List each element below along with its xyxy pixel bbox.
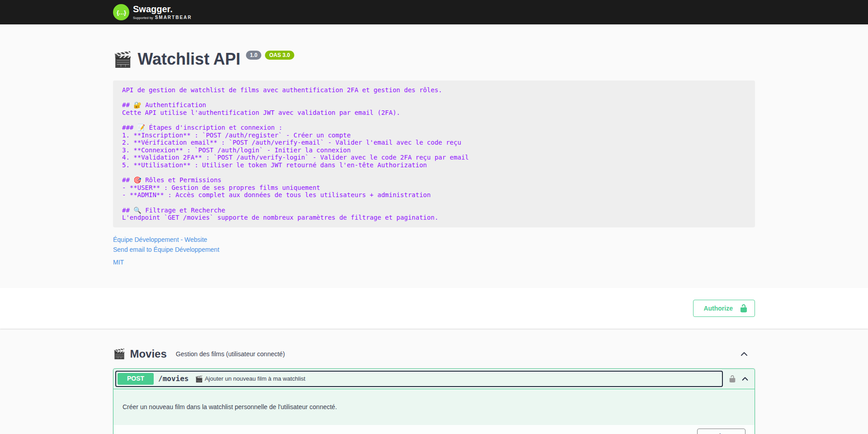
brand-tagline: Supported by SMARTBEAR: [133, 15, 192, 20]
parameters-header: Parameters Try it out: [113, 425, 755, 434]
swagger-logo[interactable]: {…} Swagger. Supported by SMARTBEAR: [113, 4, 192, 20]
api-description: API de gestion de watchlist de films ave…: [113, 80, 755, 227]
movies-title: 🎬 Movies: [113, 348, 167, 360]
method-badge: POST: [118, 373, 154, 384]
opblock-body: Créer un nouveau film dans la watchlist …: [113, 389, 755, 434]
page-title-text: Watchlist API: [137, 50, 240, 69]
clapperboard-icon: 🎬: [113, 50, 132, 68]
chevron-up-icon: [741, 375, 749, 383]
version-badges: 1.0 OAS 3.0: [241, 51, 294, 60]
movies-title-text: Movies: [130, 348, 166, 360]
opblock-summary: POST /movies 🎬 Ajouter un nouveau film à…: [113, 369, 755, 389]
scheme-container: Authorize: [0, 288, 868, 329]
opblock-post-movies: POST /movies 🎬 Ajouter un nouveau film à…: [113, 368, 755, 434]
version-badge: 1.0: [246, 51, 262, 60]
supported-by-label: Supported by: [133, 16, 153, 20]
clapperboard-icon: 🎬: [195, 375, 203, 382]
authorize-button[interactable]: Authorize: [693, 300, 755, 317]
movies-tag-header[interactable]: 🎬 Movies Gestion des films (utilisateur …: [113, 348, 755, 360]
main-content: 🎬 Watchlist API 1.0 OAS 3.0 API de gesti…: [0, 50, 868, 434]
swagger-logo-icon: {…}: [113, 4, 129, 20]
unlocked-icon: [739, 304, 748, 313]
movies-section: 🎬 Movies Gestion des films (utilisateur …: [104, 329, 764, 434]
unlocked-icon: [728, 375, 736, 383]
oas-badge: OAS 3.0: [265, 51, 294, 60]
movies-subtitle: Gestion des films (utilisateur connecté): [176, 350, 285, 358]
brand-name: Swagger.: [133, 5, 192, 14]
logo-braces: {…}: [117, 9, 126, 16]
endpoint-path: /movies: [158, 374, 189, 383]
try-it-out-button[interactable]: Try it out: [697, 429, 745, 434]
contact-email-link[interactable]: Send email to Équipe Développement: [113, 245, 219, 254]
collapse-section-button[interactable]: [740, 349, 749, 359]
topbar: {…} Swagger. Supported by SMARTBEAR: [0, 0, 868, 24]
page-title: 🎬 Watchlist API 1.0 OAS 3.0: [113, 50, 755, 69]
smartbear-label: SMARTBEAR: [155, 15, 192, 20]
authorize-label: Authorize: [703, 305, 733, 312]
endpoint-summary-text: Ajouter un nouveau film à ma watchlist: [205, 375, 306, 382]
collapse-operation-button[interactable]: [740, 374, 750, 384]
auth-lock-button[interactable]: [727, 374, 737, 384]
info-links: Équipe Développement - Website Send emai…: [113, 236, 755, 267]
operation-description: Créer un nouveau film dans la watchlist …: [113, 389, 755, 425]
clapperboard-icon: 🎬: [113, 348, 125, 360]
opblock-summary-control[interactable]: POST /movies 🎬 Ajouter un nouveau film à…: [115, 371, 723, 387]
contact-website-link[interactable]: Équipe Développement - Website: [113, 236, 207, 244]
license-link[interactable]: MIT: [113, 258, 124, 266]
endpoint-summary: 🎬 Ajouter un nouveau film à ma watchlist: [195, 375, 305, 382]
chevron-up-icon: [740, 349, 749, 359]
